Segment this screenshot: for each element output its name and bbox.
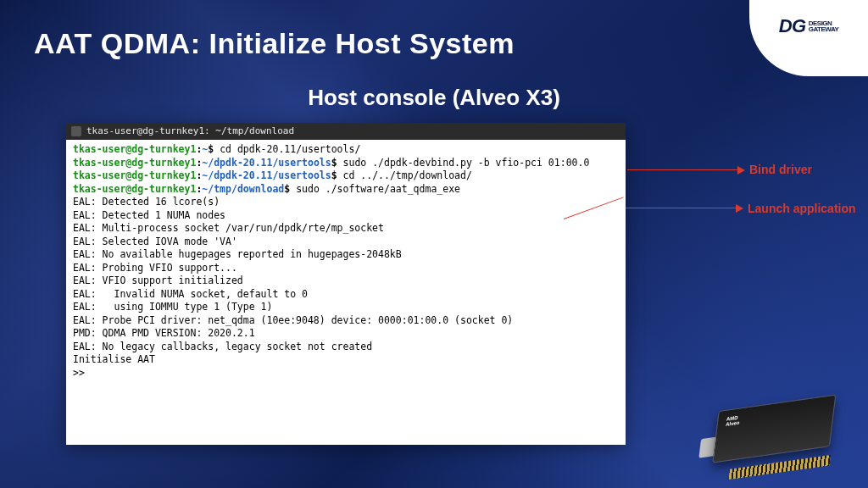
output-line: EAL: No available hugepages reported in … — [73, 248, 619, 262]
terminal-body: tkas-user@dg-turnkey1:~$ cd dpdk-20.11/u… — [66, 140, 626, 383]
output-line: EAL: Probe PCI driver: net_qdma (10ee:90… — [73, 314, 619, 328]
annotation-label: Launch application — [748, 202, 856, 215]
output-line: EAL: using IOMMU type 1 (Type 1) — [73, 301, 619, 314]
output-line: EAL: No legacy callbacks, legacy socket … — [73, 341, 619, 354]
terminal-titlebar: tkas-user@dg-turnkey1: ~/tmp/download — [66, 123, 626, 140]
terminal-title: tkas-user@dg-turnkey1: ~/tmp/download — [86, 125, 294, 138]
prompt-line: tkas-user@dg-turnkey1:~$ cd dpdk-20.11/u… — [73, 143, 619, 157]
output-line: EAL: Invalid NUMA socket, default to 0 — [73, 288, 619, 302]
arrow-line — [626, 208, 736, 208]
output-line: EAL: VFIO support initialized — [73, 274, 619, 288]
annotation-bind-driver: Bind driver — [627, 163, 812, 176]
output-line: EAL: Selected IOVA mode 'VA' — [73, 236, 619, 249]
card-label: AMD Alveo — [726, 414, 741, 427]
prompt-line: tkas-user@dg-turnkey1:~/dpdk-20.11/usert… — [73, 169, 619, 183]
annotation-launch-app: Launch application — [564, 219, 856, 219]
annotation-label: Bind driver — [749, 163, 812, 176]
prompt-line: tkas-user@dg-turnkey1:~/tmp/download$ su… — [73, 183, 619, 197]
output-line: EAL: Multi-process socket /var/run/dpdk/… — [73, 222, 619, 236]
logo: DG DESIGN GATEWAY — [779, 15, 839, 37]
logo-mark: DG — [779, 15, 806, 37]
terminal-window: tkas-user@dg-turnkey1: ~/tmp/download tk… — [66, 123, 626, 445]
arrow-line — [627, 169, 737, 170]
card-body — [712, 394, 836, 463]
slide: DG DESIGN GATEWAY AAT QDMA: Initialize H… — [0, 0, 868, 488]
output-line: Initialise AAT — [73, 353, 619, 367]
terminal-icon — [71, 126, 81, 136]
output-line: EAL: Probing VFIO support... — [73, 262, 619, 275]
arrow-head-icon — [736, 204, 743, 213]
logo-text: DESIGN GATEWAY — [809, 20, 839, 32]
prompt-line: tkas-user@dg-turnkey1:~/dpdk-20.11/usert… — [73, 157, 619, 170]
output-line: >> — [73, 367, 619, 380]
arrow-head-icon — [737, 166, 745, 175]
output-line: PMD: QDMA PMD VERSION: 2020.2.1 — [73, 327, 619, 341]
page-subtitle: Host console (Alveo X3) — [0, 85, 868, 111]
output-line: EAL: Detected 16 lcore(s) — [73, 196, 619, 209]
page-title: AAT QDMA: Initialize Host System — [34, 27, 515, 60]
output-line: EAL: Detected 1 NUMA nodes — [73, 209, 619, 223]
